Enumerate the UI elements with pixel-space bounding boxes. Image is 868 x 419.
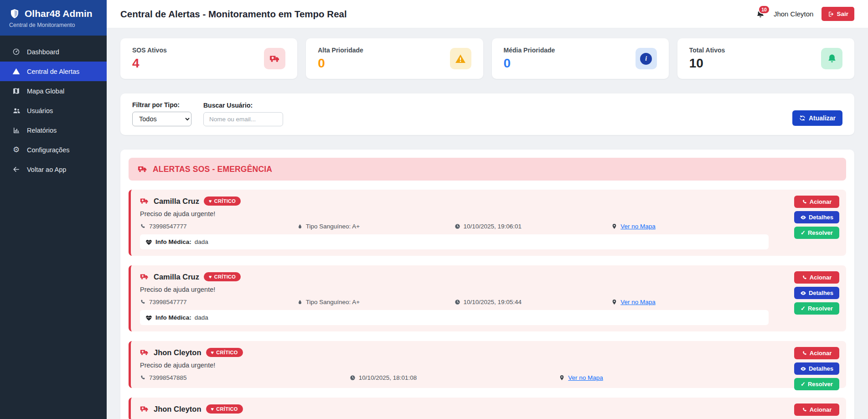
critical-badge: ♥CRÍTICO: [204, 197, 241, 206]
heart-icon: ♥: [209, 274, 212, 279]
heart-icon: ♥: [209, 199, 212, 204]
phone-icon: [140, 299, 146, 305]
alert-card: Jhon Cleyton ♥CRÍTICO Acionar: [129, 398, 846, 419]
heart-pulse-icon: [145, 238, 152, 246]
ambulance-icon: [140, 272, 149, 281]
alert-message: Preciso de ajuda urgente!: [140, 361, 769, 370]
sidebar-item-dashboard[interactable]: Dashboard: [0, 42, 107, 62]
details-button[interactable]: Detalhes: [794, 362, 839, 375]
alert-blood-type: Tipo Sanguíneo: A+: [297, 223, 455, 230]
phone-icon: [802, 275, 807, 280]
alert-user-name: Camilla Cruz: [154, 197, 199, 206]
alerts-section-header: ALERTAS SOS - EMERGÊNCIA: [129, 158, 846, 181]
filter-type-label: Filtrar por Tipo:: [132, 101, 191, 109]
view-on-map-link[interactable]: Ver no Mapa: [620, 223, 656, 230]
phone-icon: [140, 223, 146, 229]
alert-triangle-icon: [12, 67, 21, 75]
resolve-button[interactable]: ✓Resolver: [794, 227, 839, 239]
logout-icon: [827, 11, 834, 17]
sidebar-item-voltar-ao-app[interactable]: Voltar ao App: [0, 160, 107, 179]
alert-blood-type: Tipo Sanguíneo: A+: [297, 299, 455, 305]
ambulance-icon: [264, 48, 285, 69]
alert-phone: 73998547777: [140, 223, 297, 230]
pin-icon: [611, 299, 617, 305]
alert-card: Camilla Cruz ♥CRÍTICO Preciso de ajuda u…: [129, 190, 846, 256]
refresh-button[interactable]: Atualizar: [792, 110, 842, 126]
sidebar-item-label: Mapa Global: [27, 88, 64, 95]
sidebar-item-configuracoes[interactable]: ⚙ Configurações: [0, 140, 107, 160]
sidebar-item-label: Relatórios: [27, 127, 57, 134]
ambulance-icon: [138, 164, 148, 174]
alert-phone: 73998547885: [140, 374, 350, 381]
bell-icon: [821, 48, 842, 69]
sidebar-item-central-de-alertas[interactable]: Central de Alertas: [0, 62, 107, 81]
call-button[interactable]: Acionar: [794, 347, 839, 359]
sidebar-item-label: Dashboard: [27, 48, 59, 56]
alert-message: Preciso de ajuda urgente!: [140, 210, 769, 218]
arrow-left-icon: [12, 166, 21, 173]
sidebar-item-label: Central de Alertas: [27, 68, 79, 75]
map-icon: [12, 87, 21, 95]
stat-label: Média Prioridade: [504, 47, 555, 54]
ambulance-icon: [140, 197, 149, 206]
alert-user-name: Jhon Cleyton: [154, 405, 202, 414]
medical-info-bar: Info Médica:dada: [140, 234, 769, 249]
alert-user-name: Jhon Cleyton: [154, 348, 202, 357]
stat-label: Alta Prioridade: [318, 47, 363, 54]
alert-map: Ver no Mapa: [559, 374, 769, 381]
alert-phone: 73998547777: [140, 299, 297, 305]
droplet-icon: [297, 300, 303, 305]
main-content: SOS Ativos 4 Alta Prioridade 0 Média Pri…: [107, 28, 868, 419]
alert-timestamp: 10/10/2025, 19:05:44: [455, 299, 612, 305]
search-user-input[interactable]: [203, 112, 283, 126]
ambulance-icon: [140, 404, 149, 414]
alert-timestamp: 10/10/2025, 18:01:08: [350, 374, 559, 381]
filter-type-select[interactable]: Todos: [132, 112, 191, 126]
filter-panel: Filtrar por Tipo: Todos Buscar Usuário: …: [120, 93, 854, 135]
eye-icon: [800, 214, 806, 221]
sidebar-item-mapa-global[interactable]: Mapa Global: [0, 81, 107, 101]
medical-info-bar: Info Médica:dada: [140, 310, 769, 325]
droplet-icon: [297, 224, 303, 229]
check-icon: ✓: [801, 230, 806, 236]
brand-subtitle: Central de Monitoramento: [9, 22, 98, 28]
call-button[interactable]: Acionar: [794, 196, 839, 208]
details-button[interactable]: Detalhes: [794, 211, 839, 223]
sidebar-item-usuarios[interactable]: Usuários: [0, 101, 107, 121]
stats-row: SOS Ativos 4 Alta Prioridade 0 Média Pri…: [120, 38, 854, 79]
alert-timestamp: 10/10/2025, 19:06:01: [455, 223, 612, 230]
details-button[interactable]: Detalhes: [794, 287, 839, 299]
critical-badge: ♥CRÍTICO: [206, 404, 243, 414]
phone-icon: [802, 351, 807, 356]
sidebar-item-label: Configurações: [27, 146, 70, 154]
call-button[interactable]: Acionar: [794, 403, 839, 416]
clock-icon: [455, 299, 460, 305]
shield-icon: [9, 8, 20, 19]
clock-icon: [350, 375, 356, 381]
gauge-icon: [12, 48, 21, 56]
brand-title: Olhar48 Admin: [25, 8, 93, 19]
stat-card-total-ativos: Total Ativos 10: [677, 38, 854, 79]
notifications-bell[interactable]: 10: [755, 9, 765, 19]
alert-message: Preciso de ajuda urgente!: [140, 285, 769, 294]
check-icon: ✓: [801, 305, 806, 311]
critical-badge: ♥CRÍTICO: [204, 272, 241, 281]
alert-user-name: Camilla Cruz: [154, 273, 199, 281]
eye-icon: [800, 290, 806, 296]
refresh-icon: [799, 115, 806, 121]
pin-icon: [559, 375, 565, 381]
sidebar-item-relatorios[interactable]: Relatórios: [0, 121, 107, 140]
resolve-button[interactable]: ✓Resolver: [794, 378, 839, 390]
search-user-label: Buscar Usuário:: [203, 102, 283, 109]
alert-card: Camilla Cruz ♥CRÍTICO Preciso de ajuda u…: [129, 265, 846, 331]
call-button[interactable]: Acionar: [794, 271, 839, 284]
view-on-map-link[interactable]: Ver no Mapa: [620, 299, 656, 305]
alert-card: Jhon Cleyton ♥CRÍTICO Preciso de ajuda u…: [129, 341, 846, 388]
resolve-button[interactable]: ✓Resolver: [794, 302, 839, 315]
alert-map: Ver no Mapa: [611, 223, 769, 230]
gear-icon: ⚙: [12, 146, 21, 154]
stat-card-alta-prioridade: Alta Prioridade 0: [306, 38, 483, 79]
logout-button[interactable]: Sair: [822, 7, 854, 21]
view-on-map-link[interactable]: Ver no Mapa: [568, 374, 603, 381]
stat-card-sos-ativos: SOS Ativos 4: [120, 38, 297, 79]
